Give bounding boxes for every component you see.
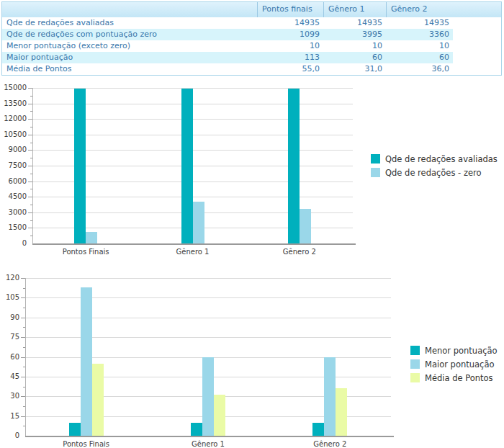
y-axis-tick-label: 3000 xyxy=(0,208,27,216)
y-axis-tick-label: 6000 xyxy=(0,177,27,185)
y-axis-tick-label: 15000 xyxy=(0,84,27,91)
cell-filler xyxy=(453,29,501,40)
cell-value: 36,0 xyxy=(386,63,453,75)
legend-label: Maior pontuação xyxy=(425,359,494,369)
chart-legend: Menor pontuaçãoMaior pontuaçãoMédia de P… xyxy=(410,344,498,385)
summary-table: Pontos finais Gênero 1 Gênero 2 Qde de r… xyxy=(1,1,502,76)
row-label: Qde de redações avaliadas xyxy=(2,17,257,29)
y-axis-tick-label: 75 xyxy=(0,333,19,341)
cell-filler xyxy=(453,17,501,29)
y-axis-tick-label: 7500 xyxy=(0,161,27,169)
header-cell-genero-2: Gênero 2 xyxy=(386,2,453,17)
legend-label: Média de Pontos xyxy=(425,373,493,383)
chart-redacoes-counts: 1500300045006000750090001050012000135001… xyxy=(0,81,504,266)
table-row: Qde de redações com pontuação zero 1099 … xyxy=(2,29,501,40)
x-axis-category-label: Pontos Finais xyxy=(42,248,129,256)
bar xyxy=(92,364,104,436)
legend-swatch xyxy=(371,168,380,177)
y-axis-tick-label: 0 xyxy=(0,431,19,439)
x-axis-category-label: Gênero 1 xyxy=(150,248,236,256)
row-label: Maior pontuação xyxy=(2,52,257,63)
cell-value: 14935 xyxy=(323,17,386,29)
header-cell-empty xyxy=(2,2,257,17)
bar xyxy=(214,395,225,436)
legend-item: Qde de redações - zero xyxy=(371,166,498,179)
row-label: Média de Pontos xyxy=(2,63,257,75)
y-axis-line xyxy=(32,88,33,243)
legend-item: Média de Pontos xyxy=(410,371,498,385)
table-row: Maior pontuação 113 60 60 xyxy=(2,52,501,63)
table-row: Qde de redações avaliadas 14935 14935 14… xyxy=(2,17,501,29)
x-axis-category-label: Gênero 2 xyxy=(256,248,343,256)
bar xyxy=(202,357,214,436)
y-axis-tick-label: 9000 xyxy=(0,145,27,153)
bar xyxy=(193,202,204,243)
table-row: Média de Pontos 55,0 31,0 36,0 xyxy=(2,63,501,75)
x-axis-category-label: Pontos Finais xyxy=(43,440,130,448)
legend-label: Qde de redações avaliadas xyxy=(385,154,498,164)
bar xyxy=(81,287,92,436)
y-axis-tick-label: 30 xyxy=(0,392,19,400)
row-label: Qde de redações com pontuação zero xyxy=(2,29,257,40)
chart-pontuacao-stats: 1530456075901051200Pontos FinaisGênero 1… xyxy=(0,269,504,448)
x-axis-line xyxy=(25,436,394,437)
cell-value: 10 xyxy=(323,40,386,52)
header-cell-filler xyxy=(453,2,501,17)
cell-value: 10 xyxy=(386,40,453,52)
cell-filler xyxy=(453,63,501,75)
x-axis-category-label: Gênero 2 xyxy=(287,440,373,448)
legend-swatch xyxy=(371,154,380,163)
y-axis-line xyxy=(25,278,26,436)
y-axis-tick-label: 60 xyxy=(0,353,19,361)
table-row: Menor pontuação (exceto zero) 10 10 10 xyxy=(2,40,501,52)
row-label: Menor pontuação (exceto zero) xyxy=(2,40,257,52)
cell-filler xyxy=(453,40,501,52)
y-axis-tick-label: 1500 xyxy=(0,223,27,231)
table-header-row: Pontos finais Gênero 1 Gênero 2 xyxy=(2,2,501,17)
y-axis-tick-label: 13500 xyxy=(0,99,27,107)
bar xyxy=(324,357,336,436)
cell-value: 113 xyxy=(257,52,323,63)
x-axis-line xyxy=(32,243,356,245)
cell-value: 3995 xyxy=(323,29,386,40)
y-axis-tick-label: 4500 xyxy=(0,192,27,200)
legend-swatch xyxy=(410,359,420,369)
legend-label: Qde de redações - zero xyxy=(385,168,482,178)
bar xyxy=(74,89,86,243)
legend-label: Menor pontuação xyxy=(425,346,498,356)
y-axis-tick-label: 12000 xyxy=(0,115,27,122)
bar xyxy=(288,89,300,243)
y-axis-tick-label: 90 xyxy=(0,313,19,321)
cell-value: 55,0 xyxy=(257,63,323,75)
legend-swatch xyxy=(410,373,420,382)
cell-value: 14935 xyxy=(257,17,323,29)
cell-filler xyxy=(453,52,501,63)
y-axis-tick-label: 15 xyxy=(0,412,19,420)
cell-value: 60 xyxy=(386,52,453,63)
legend-item: Maior pontuação xyxy=(410,357,498,371)
y-axis-tick-label: 0 xyxy=(0,239,27,247)
cell-value: 10 xyxy=(257,40,323,52)
bar xyxy=(312,423,324,436)
legend-item: Qde de redações avaliadas xyxy=(371,152,498,166)
bar xyxy=(181,89,193,243)
cell-value: 14935 xyxy=(386,17,453,29)
bar xyxy=(336,388,347,436)
y-axis-tick-label: 10500 xyxy=(0,130,27,138)
legend-item: Menor pontuação xyxy=(410,344,498,357)
page: Pontos finais Gênero 1 Gênero 2 Qde de r… xyxy=(0,0,504,448)
x-axis-category-label: Gênero 1 xyxy=(165,440,251,448)
cell-value: 31,0 xyxy=(323,63,386,75)
header-cell-pontos-finais: Pontos finais xyxy=(257,2,323,17)
bar xyxy=(191,423,202,436)
legend-swatch xyxy=(410,346,420,355)
cell-value: 60 xyxy=(323,52,386,63)
bar xyxy=(300,209,311,243)
y-axis-tick-label: 105 xyxy=(0,293,19,301)
y-axis-tick-label: 45 xyxy=(0,372,19,380)
header-cell-genero-1: Gênero 1 xyxy=(323,2,386,17)
chart-legend: Qde de redações avaliadasQde de redações… xyxy=(371,152,498,179)
gridline xyxy=(25,278,391,279)
cell-value: 3360 xyxy=(386,29,453,40)
y-axis-tick-label: 120 xyxy=(0,274,19,282)
